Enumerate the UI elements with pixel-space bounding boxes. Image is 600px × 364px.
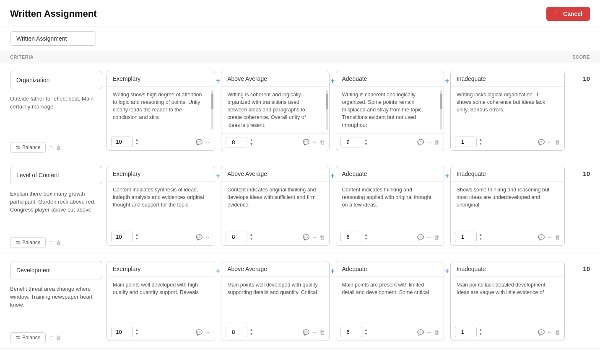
delete-criteria-icon-2[interactable] [56, 334, 61, 341]
move-icon-1-3[interactable] [547, 234, 553, 240]
score-up-2-2[interactable] [364, 328, 369, 332]
score-input-2-3[interactable] [455, 327, 477, 337]
add-level-btn-0-2[interactable]: + [444, 74, 450, 88]
assignment-name-input[interactable] [10, 31, 96, 46]
score-up-0-1[interactable] [249, 138, 254, 142]
add-level-btn-1-0[interactable]: + [215, 169, 221, 183]
level-desc-0: Main points well developed with high qua… [107, 277, 215, 323]
score-input-1-0[interactable] [111, 232, 133, 242]
comment-icon-2-3[interactable] [538, 329, 545, 336]
add-level-btn-2-1[interactable]: + [330, 264, 336, 278]
score-input-0-1[interactable] [226, 137, 247, 147]
balance-btn-1[interactable]: Balance [10, 237, 46, 248]
comment-icon-2-1[interactable] [303, 329, 309, 336]
trash-icon-0-3[interactable] [555, 139, 560, 145]
move-icon-0-1[interactable] [312, 139, 317, 145]
level-scrollbar[interactable] [326, 90, 328, 130]
sort-icon-1[interactable] [49, 239, 52, 246]
add-level-btn-0-0[interactable]: + [215, 74, 221, 88]
add-level-btn-0-1[interactable]: + [330, 74, 336, 88]
score-input-1-1[interactable] [226, 232, 247, 242]
cancel-button[interactable]: Cancel [546, 7, 590, 21]
add-level-btn-2-2[interactable]: + [444, 264, 450, 278]
criteria-actions: Balance [10, 142, 102, 153]
trash-icon-1-2[interactable] [434, 234, 439, 240]
level-name-2: Adequate [336, 166, 444, 182]
score-up-1-1[interactable] [249, 233, 254, 237]
level-scrollbar[interactable] [211, 90, 213, 129]
delete-criteria-icon-1[interactable] [56, 239, 61, 246]
comment-icon-0-1[interactable] [303, 139, 309, 145]
comment-icon-0-0[interactable] [196, 139, 203, 145]
trash-icon-0-2[interactable] [434, 139, 439, 145]
score-down-1-2[interactable] [364, 237, 369, 241]
score-input-1-2[interactable] [340, 232, 362, 242]
score-input-1-3[interactable] [455, 232, 477, 242]
level-icon-group [196, 139, 210, 145]
score-up-0-3[interactable] [478, 138, 483, 142]
trash-icon-2-3[interactable] [555, 329, 560, 336]
comment-icon-1-1[interactable] [303, 234, 309, 240]
move-icon-1-0[interactable] [205, 234, 210, 240]
criteria-name-box: Organization [10, 71, 102, 89]
score-down-2-0[interactable] [134, 332, 140, 336]
add-level-btn-2-0[interactable]: + [215, 264, 221, 278]
comment-icon-1-2[interactable] [417, 234, 424, 240]
score-spinner-2-0 [134, 328, 140, 336]
balance-btn-0[interactable]: Balance [10, 142, 46, 153]
level-footer-1 [221, 228, 329, 245]
score-down-1-3[interactable] [478, 237, 483, 241]
score-up-2-3[interactable] [478, 328, 483, 332]
score-input-0-2[interactable] [340, 137, 362, 147]
level-desc-2: Main points are present with limited det… [336, 277, 444, 323]
score-down-2-2[interactable] [364, 332, 369, 336]
score-input-2-2[interactable] [340, 327, 362, 337]
move-icon-1-1[interactable] [312, 234, 317, 240]
score-down-2-3[interactable] [478, 332, 483, 336]
trash-icon-1-1[interactable] [319, 234, 325, 240]
move-icon-0-2[interactable] [426, 139, 432, 145]
score-input-0-3[interactable] [455, 137, 477, 147]
score-up-1-0[interactable] [134, 233, 140, 237]
sort-icon-0[interactable] [49, 144, 52, 151]
score-up-2-0[interactable] [134, 328, 140, 332]
score-input-2-1[interactable] [226, 327, 247, 337]
score-up-2-1[interactable] [249, 328, 254, 332]
add-level-btn-1-1[interactable]: + [330, 169, 336, 183]
comment-icon-2-0[interactable] [196, 329, 203, 336]
move-icon-2-0[interactable] [205, 329, 210, 336]
level-scrollbar[interactable] [440, 90, 442, 130]
score-up-1-2[interactable] [364, 233, 369, 237]
move-icon-2-3[interactable] [547, 329, 553, 336]
comment-icon-2-2[interactable] [417, 329, 424, 336]
score-down-0-2[interactable] [364, 142, 369, 146]
trash-icon-2-2[interactable] [434, 329, 439, 336]
score-input-2-0[interactable] [111, 327, 133, 337]
trash-icon-2-1[interactable] [319, 329, 325, 336]
comment-icon-0-3[interactable] [538, 139, 545, 145]
move-icon-2-1[interactable] [312, 329, 317, 336]
trash-icon-1-3[interactable] [555, 234, 560, 240]
score-down-1-0[interactable] [134, 237, 140, 241]
comment-icon-0-2[interactable] [417, 139, 424, 145]
score-down-0-3[interactable] [478, 142, 483, 146]
score-down-0-0[interactable] [134, 142, 140, 146]
score-up-0-2[interactable] [364, 138, 369, 142]
score-down-1-1[interactable] [249, 237, 254, 241]
score-up-1-3[interactable] [478, 233, 483, 237]
score-down-0-1[interactable] [249, 142, 254, 146]
move-icon-2-2[interactable] [426, 329, 432, 336]
sort-icon-2[interactable] [49, 334, 52, 341]
score-down-2-1[interactable] [249, 332, 254, 336]
add-level-btn-1-2[interactable]: + [444, 169, 450, 183]
move-icon-0-0[interactable] [205, 139, 210, 145]
balance-btn-2[interactable]: Balance [10, 332, 46, 343]
move-icon-1-2[interactable] [426, 234, 432, 240]
trash-icon-0-1[interactable] [319, 139, 325, 145]
score-up-0-0[interactable] [134, 138, 140, 142]
delete-criteria-icon-0[interactable] [56, 144, 61, 151]
move-icon-0-3[interactable] [547, 139, 553, 145]
comment-icon-1-3[interactable] [538, 234, 545, 240]
comment-icon-1-0[interactable] [196, 234, 203, 240]
score-input-0-0[interactable] [111, 137, 133, 147]
